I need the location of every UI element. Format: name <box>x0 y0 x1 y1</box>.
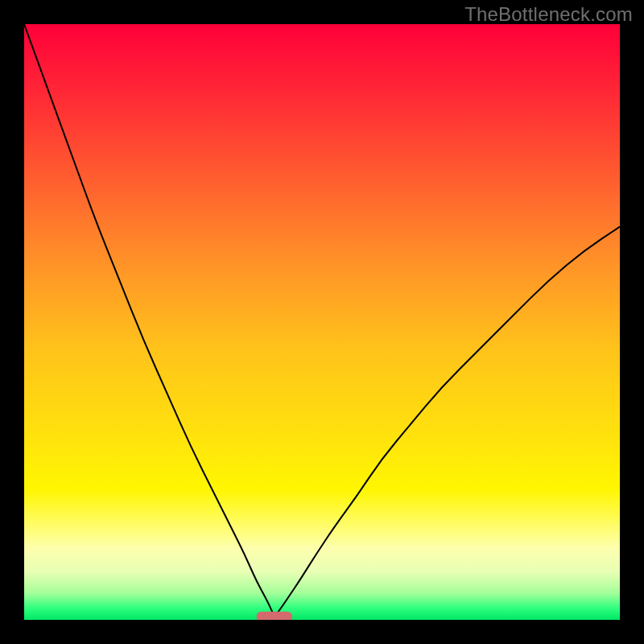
chart-frame: TheBottleneck.com <box>0 0 644 644</box>
optimum-marker <box>257 612 292 620</box>
plot-area <box>24 24 620 620</box>
gradient-background <box>24 24 620 620</box>
watermark-text: TheBottleneck.com <box>464 3 633 26</box>
bottleneck-chart <box>24 24 620 620</box>
